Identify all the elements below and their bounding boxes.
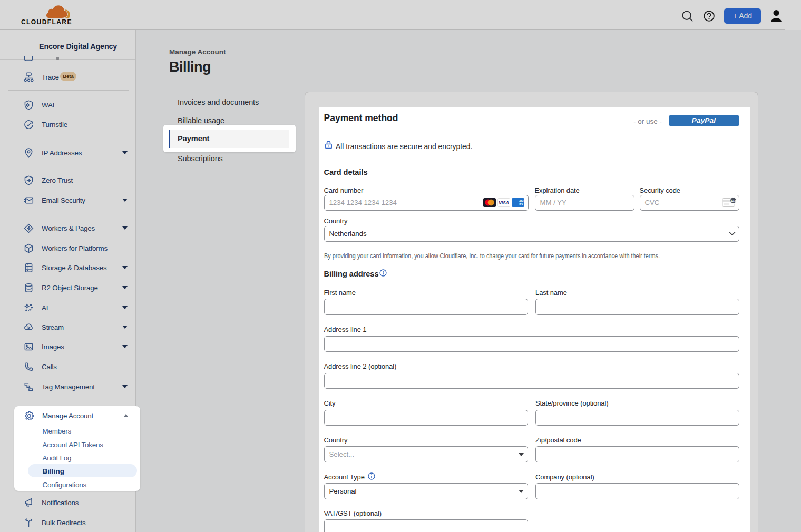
svg-text:EX: EX — [519, 203, 523, 206]
svg-text:VISA: VISA — [499, 200, 509, 205]
svg-text:123: 123 — [730, 199, 736, 202]
